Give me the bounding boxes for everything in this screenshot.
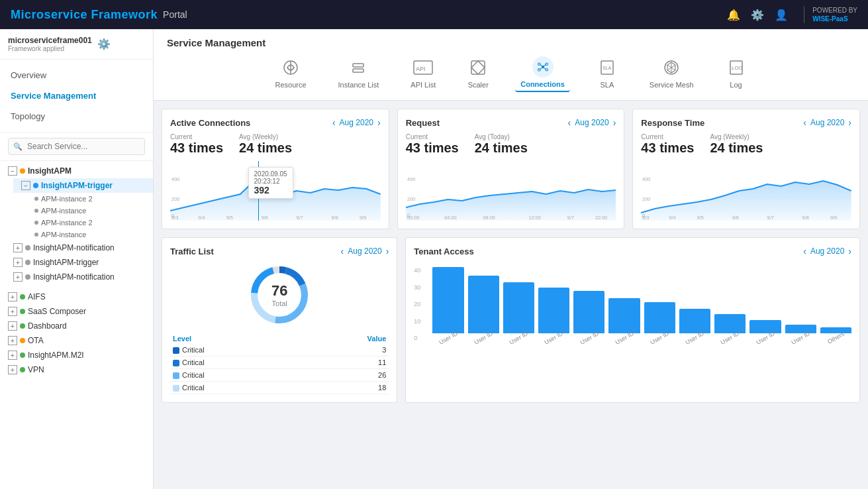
request-current-label: Current <box>406 133 459 140</box>
tab-connections[interactable]: Connections <box>515 54 570 92</box>
traffic-list-next[interactable]: › <box>386 246 389 256</box>
tab-service-mesh[interactable]: Service Mesh <box>644 54 699 91</box>
tenant-access-next[interactable]: › <box>848 246 851 256</box>
tree-item-insightapm-trigger2[interactable]: + InsightAPM-trigger <box>0 255 153 270</box>
request-prev[interactable]: ‹ <box>568 117 571 128</box>
tree-toggle-insightapm-notification[interactable]: + <box>13 243 23 252</box>
tree-toggle-insightapm[interactable]: − <box>8 166 17 176</box>
bar-col: User ID <box>503 282 534 341</box>
tree-item-insightapm-notification2[interactable]: + InsightAPM-notification <box>0 270 153 284</box>
tree-toggle-insightapm-m2i[interactable]: + <box>8 351 17 360</box>
svg-rect-6 <box>471 61 485 74</box>
request-chart: 00:00 04:00 08:00 12:00 9/7 22:00 400 20… <box>406 161 616 221</box>
workspace-info: microserviceframe001 Framework applied ⚙… <box>0 29 153 60</box>
tree-label-ota: OTA <box>28 336 145 345</box>
tree-toggle-vpn[interactable]: + <box>8 365 17 374</box>
tree-item-insightapm-notification[interactable]: + InsightAPM-notification <box>0 241 153 255</box>
tree-child-apm-instance-2[interactable]: APM-instance <box>26 229 153 241</box>
response-time-metrics: Current 43 times Avg (Weekly) 24 times <box>641 133 851 156</box>
tooltip-value: 392 <box>254 185 287 195</box>
svg-text:9/4: 9/4 <box>198 215 205 221</box>
svg-rect-3 <box>353 69 363 72</box>
tree-item-ota[interactable]: + OTA <box>0 333 153 348</box>
active-connections-header: Active Connections ‹ Aug 2020 › <box>170 117 381 128</box>
tree-item-vpn[interactable]: + VPN <box>0 362 153 377</box>
active-connections-current-value: 43 times <box>170 140 223 156</box>
nav-overview[interactable]: Overview <box>0 65 153 85</box>
tab-instance-list[interactable]: Instance List <box>333 54 385 91</box>
response-time-current: Current 43 times <box>641 133 694 156</box>
tab-api-list[interactable]: API API List <box>405 54 441 91</box>
card-tenant-access: Tenant Access ‹ Aug 2020 › 403020100 Use… <box>405 237 860 403</box>
tree-item-insightapm-m2i[interactable]: + InsightAPM.M2I <box>0 348 153 362</box>
bar-chart: User ID User ID User ID User ID User ID … <box>432 262 851 354</box>
dot-dashboard <box>20 323 25 329</box>
tab-scaler[interactable]: Scaler <box>462 54 494 91</box>
tree-toggle-insightapm-trigger2[interactable]: + <box>13 258 23 267</box>
tooltip-date: 2020.09.05 <box>254 170 287 178</box>
workspace-icon[interactable]: ⚙️ <box>97 38 111 50</box>
sidebar-search-section <box>0 132 153 161</box>
user-icon[interactable]: 👤 <box>775 9 788 21</box>
response-time-next[interactable]: › <box>848 117 851 128</box>
tree-item-insightapm-trigger[interactable]: − InsightAPM-trigger <box>13 178 153 193</box>
tree-item-insightapm[interactable]: − InsightAPM <box>0 164 153 178</box>
tree-item-aifs[interactable]: + AIFS <box>0 290 153 304</box>
sidebar-nav: Overview Service Management Topology <box>0 60 153 132</box>
tab-sla[interactable]: SLA SLA <box>591 54 623 91</box>
request-next[interactable]: › <box>613 117 616 128</box>
notification-icon[interactable]: 🔔 <box>727 9 740 21</box>
response-time-prev[interactable]: ‹ <box>803 117 806 128</box>
svg-point-9 <box>545 63 548 66</box>
traffic-level-cell: Critical <box>170 344 302 356</box>
tree-toggle-insightapm-notification2[interactable]: + <box>13 272 23 282</box>
tree-toggle-dashboard[interactable]: + <box>8 321 17 331</box>
tab-resource[interactable]: Resource <box>269 54 311 91</box>
response-time-avg-value: 24 times <box>710 140 763 156</box>
connections-icon <box>532 56 554 78</box>
traffic-col-value: Value <box>302 333 389 344</box>
search-input[interactable] <box>8 138 145 155</box>
nav-service-management[interactable]: Service Management <box>0 85 153 106</box>
active-connections-prev[interactable]: ‹ <box>332 117 336 128</box>
resource-icon <box>280 57 301 78</box>
bar-rect <box>714 314 746 333</box>
nav-topology[interactable]: Topology <box>0 106 153 127</box>
tenant-access-prev[interactable]: ‹ <box>803 246 806 256</box>
traffic-value-cell: 26 <box>302 369 389 382</box>
svg-text:04:00: 04:00 <box>444 215 457 221</box>
tree-item-dashboard[interactable]: + Dashboard <box>0 319 153 333</box>
log-icon: LOG <box>726 57 747 78</box>
tenant-access-month: Aug 2020 <box>810 246 844 256</box>
tree-child-apm-instance2-2[interactable]: APM-instance 2 <box>26 217 153 229</box>
tree-toggle-aifs[interactable]: + <box>8 292 17 301</box>
traffic-value-cell: 18 <box>302 382 389 394</box>
traffic-list-title: Traffic List <box>170 246 214 256</box>
tab-log[interactable]: LOG Log <box>720 54 752 91</box>
tree-child-label-apm-instance2-1: APM-instance 2 <box>41 195 93 203</box>
tree-label-insightapm: InsightAPM <box>28 166 145 176</box>
response-time-current-value: 43 times <box>641 140 694 156</box>
tree-child-apm-instance-1[interactable]: APM-instance <box>26 205 153 217</box>
service-tree: − InsightAPM − InsightAPM-trigger APM-in… <box>0 161 153 380</box>
tree-label-aifs: AIFS <box>28 292 145 301</box>
active-connections-metrics: Current 43 times Avg (Weekly) 24 times <box>170 133 381 156</box>
dot-insightapm-trigger <box>33 183 38 188</box>
svg-text:400: 400 <box>407 176 415 182</box>
tree-toggle-ota[interactable]: + <box>8 336 17 345</box>
traffic-list-prev[interactable]: ‹ <box>341 246 344 256</box>
active-connections-next[interactable]: › <box>377 117 381 128</box>
svg-text:9/7: 9/7 <box>567 215 573 221</box>
tree-toggle-saas-composer[interactable]: + <box>8 307 17 316</box>
page-title: Service Management <box>154 32 868 51</box>
card-request: Request ‹ Aug 2020 › Current 43 times <box>397 109 625 229</box>
tree-toggle-insightapm-trigger[interactable]: − <box>21 181 30 190</box>
tree-child-apm-instance2-1[interactable]: APM-instance 2 <box>26 193 153 205</box>
svg-text:9/8: 9/8 <box>332 215 338 221</box>
svg-text:0: 0 <box>171 213 174 219</box>
bar-col: User ID <box>785 325 816 341</box>
tab-connections-label: Connections <box>520 80 565 88</box>
settings-icon[interactable]: ⚙️ <box>751 9 764 21</box>
tree-item-saas-composer[interactable]: + SaaS Composer <box>0 304 153 319</box>
svg-text:9/6: 9/6 <box>732 215 739 221</box>
